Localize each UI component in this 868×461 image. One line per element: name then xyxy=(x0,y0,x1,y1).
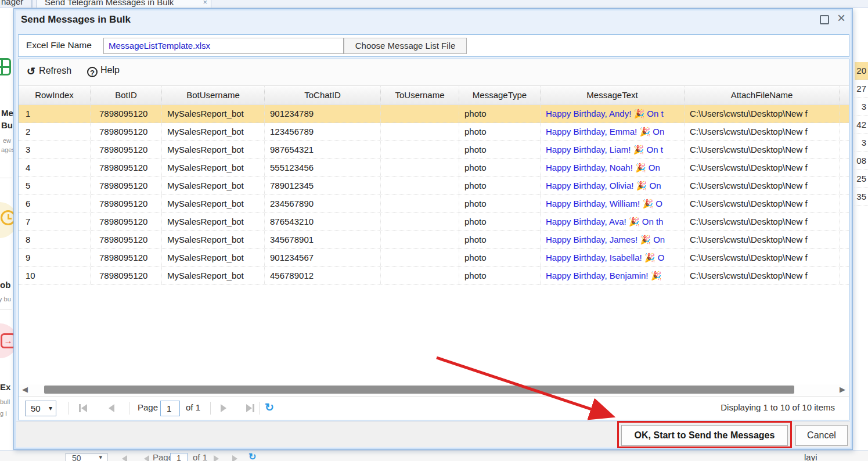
sidebar-item-sub: ages xyxy=(1,146,13,153)
refresh-button[interactable]: ↻Refresh xyxy=(27,65,71,78)
prev-page-icon[interactable] xyxy=(144,455,149,461)
grid-cell: photo xyxy=(459,213,541,231)
horizontal-scrollbar[interactable]: ◀ ▶ xyxy=(19,384,849,395)
grid-cell xyxy=(381,177,459,195)
grid-cell: Happy Birthday, Liam! 🎉 On t xyxy=(541,141,685,159)
page-size-select[interactable]: 50 ▾ xyxy=(25,401,56,416)
scrollbar-thumb[interactable] xyxy=(44,386,794,394)
table-row[interactable]: 57898095120MySalesReport_bot789012345pho… xyxy=(19,177,849,195)
grid-panel: ↻Refresh ?Help RowIndexBotIDBotUsernameT… xyxy=(18,59,849,420)
column-header-tousername[interactable]: ToUsername xyxy=(381,87,459,105)
sidebar-item-sub: y bu xyxy=(0,296,11,302)
table-row[interactable]: 107898095120MySalesReport_bot456789012ph… xyxy=(19,267,849,285)
tab-separator xyxy=(31,0,33,8)
table-row[interactable]: 47898095120MySalesReport_bot555123456pho… xyxy=(19,159,849,177)
sidebar-item-label[interactable]: Mes xyxy=(1,108,13,118)
close-icon[interactable]: × xyxy=(837,11,845,25)
column-header-messagetype[interactable]: MessageType xyxy=(459,87,541,105)
grid-cell xyxy=(381,195,459,213)
grid-cell: photo xyxy=(459,195,541,213)
choose-message-list-file-button[interactable]: Choose Message List File xyxy=(344,38,467,54)
first-page-icon[interactable] xyxy=(79,404,81,412)
grid-cell: C:\Users\cwstu\Desktop\New f xyxy=(685,231,840,249)
page-number-input[interactable]: 1 xyxy=(160,401,180,416)
excel-table-icon[interactable] xyxy=(0,58,11,75)
background-page-input[interactable]: 1 xyxy=(170,453,188,461)
tab-send-telegram-messages[interactable]: Send Telegram Messages in Bulk × xyxy=(36,0,211,8)
next-page-icon[interactable] xyxy=(214,455,219,461)
background-grid-cell: 27 xyxy=(855,80,868,98)
scroll-right-icon[interactable]: ▶ xyxy=(840,385,845,394)
chevron-down-icon: ▾ xyxy=(99,453,102,461)
cancel-button[interactable]: Cancel xyxy=(795,425,848,446)
background-sidebar: Mes Bu ew ages ob y bu → Ex bull g i xyxy=(0,8,13,461)
grid-cell xyxy=(840,159,849,177)
grid-cell: 7898095120 xyxy=(91,249,162,267)
grid-cell: 7898095120 xyxy=(91,141,162,159)
refresh-icon[interactable]: ↻ xyxy=(248,451,256,461)
excel-file-name-input[interactable]: MessageListTemplate.xlsx xyxy=(103,38,344,54)
table-row[interactable]: 97898095120MySalesReport_bot901234567pho… xyxy=(19,249,849,267)
grid-cell: 7898095120 xyxy=(91,123,162,141)
sidebar-item-label[interactable]: Bu xyxy=(1,120,13,130)
grid-cell: 555123456 xyxy=(265,159,381,177)
grid-cell xyxy=(840,231,849,249)
grid-cell xyxy=(840,141,849,159)
help-button[interactable]: ?Help xyxy=(87,65,120,77)
background-tab-bar: nager Send Telegram Messages in Bulk × xyxy=(0,0,868,8)
scroll-left-icon[interactable]: ◀ xyxy=(22,385,28,394)
grid-cell: MySalesReport_bot xyxy=(162,141,265,159)
grid-cell: C:\Users\cwstu\Desktop\New f xyxy=(685,267,840,285)
table-row[interactable]: 37898095120MySalesReport_bot987654321pho… xyxy=(19,141,849,159)
column-header-botusername[interactable]: BotUsername xyxy=(162,87,265,105)
grid-cell: Happy Birthday, James! 🎉 On xyxy=(541,231,685,249)
grid-cell xyxy=(381,105,459,123)
table-row[interactable]: 67898095120MySalesReport_bot234567890pho… xyxy=(19,195,849,213)
grid-cell: MySalesReport_bot xyxy=(162,249,265,267)
first-page-icon[interactable] xyxy=(81,404,87,412)
grid-cell: C:\Users\cwstu\Desktop\New f xyxy=(685,213,840,231)
background-page-size-select[interactable]: 50 ▾ xyxy=(66,453,107,461)
maximize-icon[interactable] xyxy=(820,15,829,24)
last-page-icon[interactable] xyxy=(253,404,254,412)
table-row[interactable]: 87898095120MySalesReport_bot345678901pho… xyxy=(19,231,849,249)
dialog-title: Send Messages in Bulk xyxy=(21,14,131,26)
table-row[interactable]: 77898095120MySalesReport_bot876543210pho… xyxy=(19,213,849,231)
column-header-attachfilename[interactable]: AttachFileName xyxy=(685,87,840,105)
grid-cell xyxy=(381,249,459,267)
prev-page-icon[interactable] xyxy=(109,404,114,412)
grid-cell xyxy=(840,267,849,285)
tab-close-icon[interactable]: × xyxy=(203,0,207,6)
chevron-down-icon: ▾ xyxy=(49,401,52,416)
page-label: Page xyxy=(138,402,158,412)
column-header-tochatid[interactable]: ToChatID xyxy=(265,87,381,105)
ok-start-send-button[interactable]: OK, Start to Send the Messages xyxy=(621,425,788,446)
background-grid-cell: 20 xyxy=(855,62,868,80)
pager-bar: 50 ▾ Page 1 of 1 ↻ Displaying 1 to 10 of… xyxy=(19,396,849,420)
grid-cell: Happy Birthday, Ava! 🎉 On th xyxy=(541,213,685,231)
background-grid-cell: 3 xyxy=(855,134,868,152)
column-header-messagetext[interactable]: MessageText xyxy=(541,87,685,105)
column-header-par[interactable]: Par xyxy=(840,87,849,105)
background-pager-partial: 50 ▾ Page 1 of 1 ↻ layi xyxy=(0,450,868,461)
last-page-icon[interactable] xyxy=(246,404,252,412)
column-header-rowindex[interactable]: RowIndex xyxy=(19,87,91,105)
table-row[interactable]: 27898095120MySalesReport_bot123456789pho… xyxy=(19,123,849,141)
background-tab-partial[interactable]: nager xyxy=(1,0,23,6)
last-page-icon[interactable] xyxy=(232,455,237,461)
grid-cell: MySalesReport_bot xyxy=(162,213,265,231)
export-arrow-icon[interactable]: → xyxy=(1,333,13,348)
sidebar-item-label[interactable]: Ex xyxy=(0,382,10,392)
next-page-icon[interactable] xyxy=(221,404,226,412)
divider xyxy=(0,309,12,310)
sidebar-item-label[interactable]: ob xyxy=(0,280,10,290)
table-row[interactable]: 17898095120MySalesReport_bot901234789pho… xyxy=(19,105,849,123)
displaying-status: Displaying 1 to 10 of 10 items xyxy=(721,402,835,412)
grid-cell: photo xyxy=(459,249,541,267)
grid-cell: Happy Birthday, Benjamin! 🎉 xyxy=(541,267,685,285)
clock-icon[interactable] xyxy=(1,210,13,225)
pager-refresh-icon[interactable]: ↻ xyxy=(265,401,274,414)
grid-cell xyxy=(840,177,849,195)
first-page-icon[interactable] xyxy=(122,455,127,461)
column-header-botid[interactable]: BotID xyxy=(91,87,162,105)
